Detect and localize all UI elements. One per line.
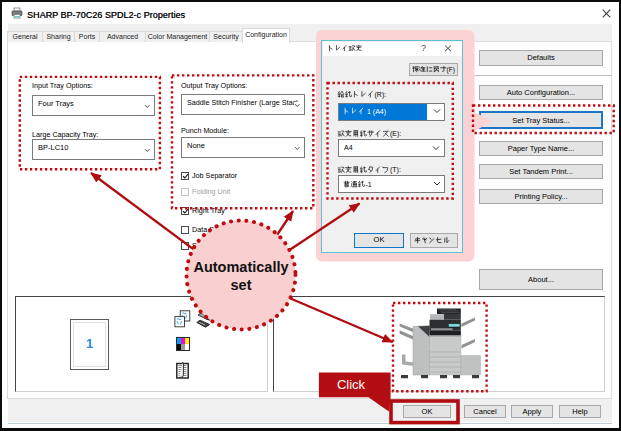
svg-text:set: set [231,277,252,293]
svg-text:Click: Click [337,377,366,392]
svg-text:Automatically: Automatically [193,259,288,275]
